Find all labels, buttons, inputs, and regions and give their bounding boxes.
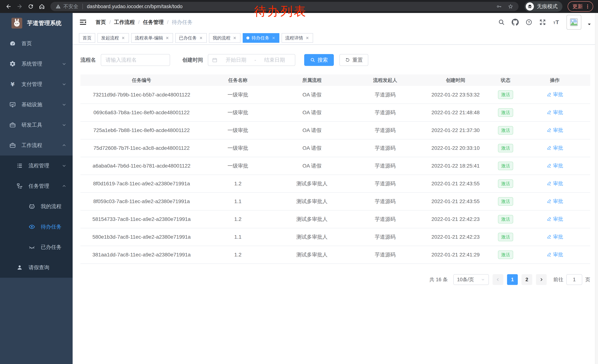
tab[interactable]: 流程详情 <box>282 33 313 43</box>
date-range-picker[interactable]: 开始日期 - 结束日期 <box>208 54 295 66</box>
close-icon[interactable] <box>199 36 203 40</box>
approve-action[interactable]: 审批 <box>547 109 563 116</box>
browser-reload-button[interactable] <box>25 1 36 12</box>
refresh-icon <box>345 57 350 63</box>
approve-action[interactable]: 审批 <box>547 216 563 222</box>
cell-task-name: 一级审批 <box>203 86 273 104</box>
cell-initiator: 芋道源码 <box>351 157 419 175</box>
sidebar-item-label: 系统管理 <box>22 60 42 67</box>
prev-page-button[interactable] <box>493 274 503 285</box>
sidebar-item[interactable]: 研发工具 <box>0 115 73 135</box>
tab[interactable]: 流程表单-编辑 <box>131 33 173 43</box>
sidebar-item[interactable]: 工作流程 <box>0 135 73 155</box>
next-page-button[interactable] <box>536 274 547 285</box>
tab-label: 我的流程 <box>213 35 231 41</box>
browser-back-button[interactable] <box>3 1 14 12</box>
approve-action[interactable]: 审批 <box>547 145 563 151</box>
app-logo[interactable]: 芋道管理系统 <box>0 13 73 33</box>
user-menu-caret-icon[interactable] <box>587 22 592 27</box>
cell-process: 测试多审批人 <box>273 210 351 228</box>
table-header-row: 任务编号任务名称所属流程流程发起人创建时间状态操作 <box>80 74 590 86</box>
tab-label: 流程表单-编辑 <box>135 35 163 41</box>
scrollbar[interactable] <box>595 13 598 364</box>
sidebar: 芋道管理系统 首页 系统管理 支付管理 基础设施 研发工具 工作流程 流程管理 … <box>0 13 73 364</box>
chevron-down-icon <box>61 61 67 66</box>
github-icon[interactable] <box>512 19 519 26</box>
breadcrumb-item[interactable]: 首页 <box>96 19 106 26</box>
close-icon[interactable] <box>233 36 237 40</box>
tab[interactable]: 已办任务 <box>175 33 207 43</box>
column-header: 创建时间 <box>419 74 492 86</box>
sidebar-item[interactable]: 首页 <box>0 33 73 54</box>
cell-task-id: 069c6a63-7b8a-11ec-8ef0-acde48001122 <box>80 104 203 121</box>
close-icon[interactable] <box>121 36 125 40</box>
cell-task-name: 一级审批 <box>203 121 273 139</box>
sidebar-item[interactable]: 已办任务 <box>0 237 73 257</box>
approve-action[interactable]: 审批 <box>547 162 563 169</box>
close-icon[interactable] <box>165 36 169 40</box>
sidebar-item-label: 首页 <box>22 40 32 47</box>
approve-action[interactable]: 审批 <box>547 127 563 133</box>
sidebar-item[interactable]: 流程管理 <box>0 155 73 176</box>
sidebar-item[interactable]: 我的流程 <box>0 196 73 217</box>
tab[interactable]: 首页 <box>79 33 95 43</box>
breadcrumb-item[interactable]: 任务管理 <box>143 19 164 26</box>
tab[interactable]: 待办任务 <box>243 33 279 43</box>
tabbar: 首页 发起流程 流程表单-编辑 已办任务 我的流程 待办任务 流程详情 <box>73 32 598 45</box>
create-time-label: 创建时间 <box>182 57 203 64</box>
close-icon[interactable] <box>305 36 309 40</box>
eye-icon <box>29 224 35 230</box>
page-button[interactable]: 1 <box>507 274 518 285</box>
chevron-left-icon <box>496 277 500 282</box>
sidebar-menu: 首页 系统管理 支付管理 基础设施 研发工具 工作流程 流程管理 任务管理 我的… <box>0 33 73 278</box>
sidebar-fold-icon[interactable] <box>79 18 87 26</box>
approve-action[interactable]: 审批 <box>547 91 563 98</box>
status-badge: 激活 <box>498 179 513 188</box>
breadcrumb: 首页/工作流程/任务管理/待办任务 <box>96 19 192 26</box>
reset-button[interactable]: 重置 <box>339 54 368 66</box>
search-button[interactable]: 搜索 <box>304 54 334 66</box>
total-count: 共 16 条 <box>429 276 448 283</box>
help-icon[interactable] <box>525 19 532 26</box>
approve-action[interactable]: 审批 <box>547 198 563 205</box>
goto-page-input[interactable] <box>566 274 582 285</box>
sidebar-item[interactable]: 支付管理 <box>0 74 73 94</box>
key-icon[interactable] <box>496 4 502 9</box>
browser-home-button[interactable] <box>37 1 47 12</box>
cell-task-name: 1.2 <box>203 210 273 228</box>
cell-process: 测试多审批人 <box>273 193 351 210</box>
fullscreen-icon[interactable] <box>539 19 546 26</box>
font-size-icon[interactable] <box>553 19 560 26</box>
sidebar-item[interactable]: 待办任务 <box>0 217 73 237</box>
sidebar-item[interactable]: 请假查询 <box>0 257 73 278</box>
cell-task-id: 75d72608-7b7f-11ec-a3c8-acde48001122 <box>80 139 203 157</box>
bookmark-star-icon[interactable] <box>508 4 513 9</box>
cell-initiator: 芋道源码 <box>351 210 419 228</box>
cell-task-name: 一级审批 <box>203 139 273 157</box>
approve-action[interactable]: 审批 <box>547 234 563 240</box>
page-size-select[interactable]: 10条/页 <box>453 274 489 285</box>
tab-label: 已办任务 <box>179 35 197 41</box>
status-badge: 激活 <box>498 215 513 224</box>
kebab-menu-icon[interactable] <box>585 4 590 9</box>
close-icon[interactable] <box>272 36 276 40</box>
search-icon[interactable] <box>498 19 505 26</box>
status-badge: 激活 <box>498 144 513 153</box>
browser-update-button[interactable]: 更新 <box>568 1 593 12</box>
breadcrumb-item[interactable]: 工作流程 <box>114 19 135 26</box>
tab[interactable]: 我的流程 <box>209 33 241 43</box>
security-chip[interactable]: 不安全 <box>56 3 78 10</box>
status-badge: 激活 <box>498 90 513 99</box>
tab[interactable]: 发起流程 <box>98 33 129 43</box>
cell-process: 测试多审批人 <box>273 228 351 246</box>
sidebar-item[interactable]: 系统管理 <box>0 54 73 74</box>
sidebar-item[interactable]: 任务管理 <box>0 176 73 196</box>
sidebar-item[interactable]: 基础设施 <box>0 94 73 115</box>
avatar[interactable] <box>566 15 581 30</box>
page-button[interactable]: 2 <box>522 274 532 285</box>
address-bar[interactable]: 不安全 dashboard.yudao.iocoder.cn/bpm/task/… <box>50 2 519 11</box>
approve-action[interactable]: 审批 <box>547 251 563 258</box>
approve-action[interactable]: 审批 <box>547 180 563 187</box>
process-name-input[interactable] <box>101 54 170 66</box>
browser-forward-button[interactable] <box>15 1 25 12</box>
